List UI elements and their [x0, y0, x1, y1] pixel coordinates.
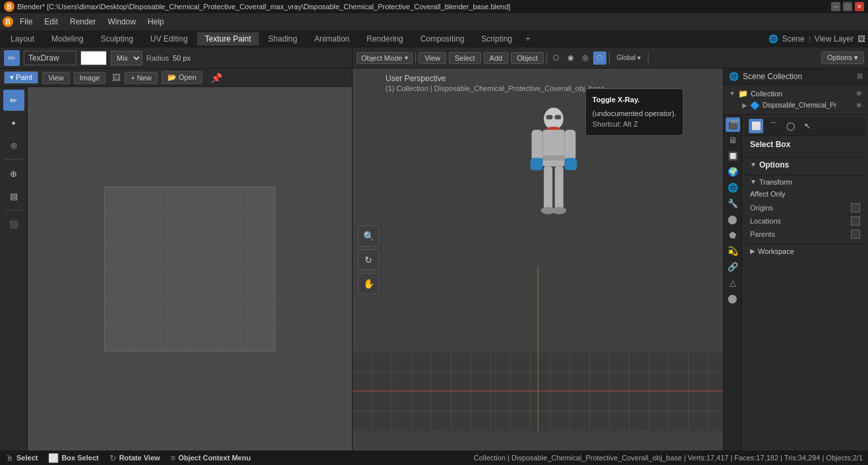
transform-global-icon[interactable]: Global ▾: [612, 51, 645, 65]
menu-help[interactable]: Help: [142, 16, 169, 28]
viewport-xray-icon[interactable]: ⬡: [593, 51, 606, 65]
cursor-icon[interactable]: ↖: [800, 119, 815, 133]
nav-zoom-in[interactable]: 🔍: [358, 226, 379, 247]
prop-render-icon[interactable]: 🎬: [726, 117, 740, 132]
menu-edit[interactable]: Edit: [39, 16, 63, 28]
rotate-label: Rotate View: [119, 454, 160, 462]
object-arrow: ▶: [742, 102, 747, 109]
outliner-scene-collection[interactable]: ▼ 📁 Collection 👁: [724, 88, 868, 100]
tab-scripting[interactable]: Scripting: [473, 32, 520, 46]
object-menu[interactable]: Object: [511, 52, 544, 64]
prop-view-layer-icon[interactable]: 🔲: [726, 149, 740, 164]
object-mode-select[interactable]: Object Mode ▾: [357, 52, 413, 64]
blender-menu-logo[interactable]: B: [3, 16, 13, 27]
tab-compositing[interactable]: Compositing: [413, 32, 473, 46]
tab-modeling[interactable]: Modeling: [43, 32, 92, 46]
color-swatch[interactable]: [80, 51, 107, 65]
context-menu-label: Object Context Menu: [178, 454, 250, 462]
view-button[interactable]: View: [42, 72, 70, 84]
blend-mode-select[interactable]: Mix: [111, 51, 142, 65]
tool-smear[interactable]: ◎: [3, 135, 24, 156]
view-layer-label[interactable]: View Layer: [815, 34, 854, 44]
prop-object-icon[interactable]: 🔧: [726, 197, 740, 211]
prop-data-icon[interactable]: △: [726, 276, 740, 290]
uv-grid-svg: [105, 187, 275, 351]
menu-render[interactable]: Render: [65, 16, 101, 28]
workspace-tabs: Layout Modeling Sculpting UV Editing Tex…: [0, 30, 868, 47]
menu-window[interactable]: Window: [102, 16, 141, 28]
tab-animation[interactable]: Animation: [306, 32, 357, 46]
filter-icon[interactable]: ⊞: [857, 72, 863, 80]
new-button[interactable]: + New: [125, 72, 158, 84]
workspace-header[interactable]: ▶ Workspace: [750, 247, 860, 255]
maximize-button[interactable]: □: [843, 2, 852, 11]
add-workspace-button[interactable]: +: [521, 32, 535, 46]
scene-label[interactable]: Scene: [782, 34, 805, 44]
tab-sculpting[interactable]: Sculpting: [93, 32, 141, 46]
options-title[interactable]: ▼ Options: [750, 160, 860, 170]
svg-rect-19: [531, 158, 543, 170]
image-button[interactable]: Image: [74, 72, 106, 84]
add-menu[interactable]: Add: [484, 52, 509, 64]
toolbar-sep-1: [415, 51, 416, 65]
tab-uv-editing[interactable]: UV Editing: [142, 32, 196, 46]
close-button[interactable]: ✕: [855, 2, 864, 11]
3d-viewport[interactable]: User Perspective (1) Collection | Dispos…: [353, 69, 723, 450]
options-button[interactable]: Options ▾: [821, 51, 864, 64]
toolbar-sep-4: [648, 51, 649, 65]
transform-header[interactable]: ▼ Transform: [750, 178, 860, 186]
options-arrow-icon: ▼: [750, 161, 757, 168]
tool-mask[interactable]: ⬛: [3, 214, 24, 235]
viewport-material-icon[interactable]: ◉: [564, 51, 577, 65]
object-visibility-icon[interactable]: 👁: [855, 102, 863, 109]
origins-checkbox[interactable]: [851, 203, 860, 212]
prop-physics-icon[interactable]: 💫: [726, 244, 740, 259]
tab-rendering[interactable]: Rendering: [359, 32, 411, 46]
viewport-render-icon[interactable]: ◎: [579, 51, 592, 65]
nav-rotate[interactable]: ↻: [358, 249, 379, 270]
tool-soften[interactable]: ●: [3, 112, 24, 133]
blender-logo: B: [4, 1, 14, 12]
outliner-object[interactable]: ▶ 🔷 Disposable_Chemical_Pr 👁: [724, 100, 868, 111]
nav-pan[interactable]: ✋: [358, 273, 379, 294]
prop-scene-icon[interactable]: 🌍: [726, 165, 740, 179]
draw-mode-icon[interactable]: ✏: [4, 50, 20, 66]
prop-constraints-icon[interactable]: 🔗: [726, 260, 740, 274]
prop-world-icon[interactable]: 🌐: [726, 181, 740, 195]
options-label: Options: [759, 160, 789, 170]
locations-checkbox[interactable]: [851, 216, 860, 226]
locations-checkbox-row: Locations: [750, 215, 860, 227]
tab-layout[interactable]: Layout: [3, 32, 42, 46]
tool-draw[interactable]: ✏: [3, 90, 24, 111]
selectbox-icon[interactable]: ⬜: [749, 119, 763, 133]
lasso-icon[interactable]: ⌒: [766, 119, 780, 133]
left-panel: ✏ Mix Radius 50 px ▾ Paint View Image 🖼 …: [0, 47, 353, 450]
view-menu[interactable]: View: [419, 52, 446, 64]
uv-canvas[interactable]: [28, 87, 352, 450]
circle-select-icon[interactable]: ◯: [783, 119, 797, 133]
prop-modifier-icon[interactable]: ⬤: [726, 212, 740, 227]
prop-particles-icon[interactable]: ⬟: [726, 228, 740, 243]
minimize-button[interactable]: ─: [831, 2, 840, 11]
svg-rect-21: [544, 166, 552, 209]
collection-visibility-icon[interactable]: 👁: [855, 90, 863, 98]
prop-material-icon[interactable]: ⬤: [726, 292, 740, 306]
box-select-label: Box Select: [61, 454, 98, 462]
tab-texture-paint[interactable]: Texture Paint: [197, 32, 259, 46]
select-menu[interactable]: Select: [449, 52, 481, 64]
viewport-solid-icon[interactable]: ⬡: [550, 51, 563, 65]
menu-file[interactable]: File: [14, 16, 38, 28]
scene-area: 🌐 Scene | View Layer 🖼: [768, 34, 865, 44]
prop-output-icon[interactable]: 🖥: [726, 133, 740, 148]
parents-checkbox[interactable]: [851, 230, 860, 239]
paint-button[interactable]: ▾ Paint: [4, 71, 38, 84]
tab-shading[interactable]: Shading: [260, 32, 305, 46]
open-button[interactable]: 📂 Open: [161, 71, 202, 84]
titlebar-controls: ─ □ ✕: [831, 2, 864, 11]
tool-separator: [5, 159, 23, 160]
tool-clone[interactable]: ⊕: [3, 163, 24, 184]
tool-name-input[interactable]: [24, 51, 76, 65]
pin-icon[interactable]: 📌: [209, 70, 225, 86]
tool-fill[interactable]: ▤: [3, 185, 24, 206]
viewport-toolbar: Object Mode ▾ View Select Add Object ⬡ ◉…: [353, 47, 868, 69]
